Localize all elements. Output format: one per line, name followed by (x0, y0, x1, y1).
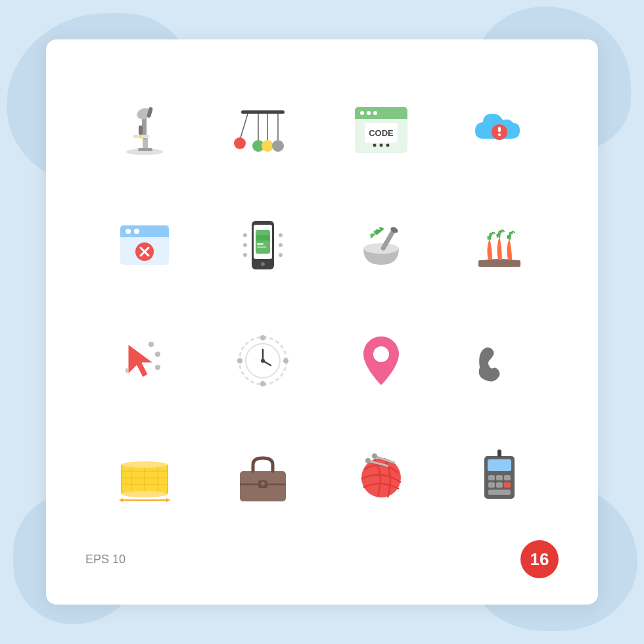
svg-line-10 (240, 114, 248, 140)
svg-point-66 (261, 359, 265, 363)
svg-rect-34 (120, 233, 169, 237)
svg-rect-9 (241, 110, 285, 114)
icon-cell-newton-cradle (204, 72, 322, 188)
svg-rect-98 (504, 475, 511, 480)
icon-cell-carrots (440, 188, 559, 304)
svg-point-47 (243, 233, 247, 237)
carrots-icon (463, 209, 536, 281)
phone-handle-icon (463, 325, 536, 397)
svg-point-26 (373, 143, 377, 147)
icon-cell-blueprint (85, 419, 204, 534)
svg-point-21 (360, 111, 364, 115)
svg-point-59 (155, 352, 160, 357)
svg-point-51 (279, 243, 283, 247)
svg-rect-102 (488, 490, 511, 495)
clock-dots-icon (227, 325, 299, 397)
icon-cell-cursor-dots (85, 303, 204, 419)
location-pin-icon (345, 325, 417, 397)
svg-point-42 (261, 262, 265, 266)
icon-count-badge: 16 (520, 540, 559, 578)
svg-point-23 (373, 111, 377, 115)
walkie-talkie-icon (463, 440, 536, 512)
icon-cell-microscope (85, 72, 204, 188)
yarn-ball-icon (345, 440, 417, 512)
icon-cell-location-pin (322, 303, 440, 419)
svg-rect-20 (355, 115, 407, 119)
svg-rect-96 (488, 475, 495, 480)
svg-rect-103 (497, 449, 501, 457)
svg-point-91 (365, 458, 371, 463)
eps-label: EPS 10 (85, 553, 126, 566)
cloud-alert-icon (463, 94, 536, 166)
icon-cell-walkie-talkie (440, 419, 559, 534)
icon-cell-mortar-pestle (322, 188, 440, 304)
icon-cell-briefcase (204, 419, 322, 534)
newton-cradle-icon (227, 94, 299, 166)
code-window-icon: CODE (345, 94, 417, 166)
svg-rect-6 (139, 126, 143, 135)
microscope-icon (108, 94, 181, 166)
svg-point-67 (260, 335, 265, 340)
bottom-bar: EPS 10 16 (85, 534, 559, 578)
svg-rect-45 (257, 243, 264, 245)
svg-point-36 (134, 229, 139, 234)
icon-grid: CODE (85, 72, 559, 534)
svg-point-11 (234, 137, 246, 149)
svg-point-27 (380, 143, 383, 147)
icon-cell-phone-handle (440, 303, 559, 419)
svg-point-28 (386, 143, 390, 147)
blueprint-icon (108, 440, 181, 512)
svg-rect-99 (488, 482, 495, 488)
svg-rect-57 (478, 260, 520, 267)
svg-rect-43 (256, 230, 270, 254)
mobile-card-icon (227, 209, 299, 281)
svg-rect-2 (138, 148, 152, 151)
svg-point-15 (262, 140, 273, 152)
cursor-dots-icon (108, 325, 181, 397)
close-browser-icon (108, 209, 181, 281)
svg-point-50 (279, 233, 283, 237)
icon-cell-mobile-card (204, 188, 322, 304)
icon-cell-cloud-alert (440, 72, 559, 188)
svg-text:CODE: CODE (369, 128, 394, 138)
svg-point-49 (243, 253, 247, 257)
svg-point-69 (260, 381, 265, 386)
svg-point-81 (122, 491, 168, 497)
svg-point-31 (498, 133, 501, 136)
icon-cell-close-browser (85, 188, 204, 304)
svg-point-80 (122, 461, 168, 468)
svg-rect-44 (256, 235, 270, 241)
badge-number: 16 (530, 549, 549, 570)
svg-marker-84 (166, 498, 170, 502)
icon-cell-code-window: CODE (322, 72, 440, 188)
svg-point-68 (283, 358, 288, 363)
svg-point-71 (373, 346, 389, 362)
briefcase-icon (227, 440, 299, 512)
svg-rect-97 (496, 475, 503, 480)
main-card: CODE (46, 39, 598, 605)
svg-rect-101 (504, 482, 511, 488)
svg-point-60 (155, 365, 160, 370)
svg-point-17 (272, 140, 284, 152)
mortar-pestle-icon (345, 209, 417, 281)
svg-rect-100 (496, 482, 503, 488)
svg-rect-30 (498, 127, 501, 132)
svg-point-58 (149, 342, 154, 347)
svg-rect-46 (257, 246, 266, 248)
svg-point-88 (261, 482, 265, 486)
icon-cell-clock-dots (204, 303, 322, 419)
svg-point-52 (279, 253, 283, 257)
svg-point-48 (243, 243, 247, 247)
svg-point-22 (367, 111, 371, 115)
svg-point-35 (126, 229, 131, 234)
svg-marker-83 (119, 498, 123, 502)
icon-cell-yarn-ball (322, 419, 440, 534)
svg-rect-95 (488, 459, 511, 471)
svg-point-70 (237, 358, 242, 363)
svg-point-93 (372, 453, 377, 459)
